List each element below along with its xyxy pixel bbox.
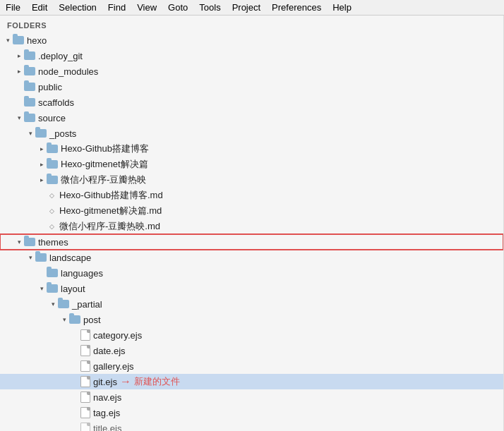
tree-item-languages[interactable]: languages bbox=[0, 265, 503, 281]
folder-icon bbox=[35, 129, 47, 138]
tree-item-_posts[interactable]: _posts bbox=[0, 126, 503, 141]
tree-item-hexo[interactable]: hexo bbox=[0, 32, 503, 48]
tree-arrow-down-icon bbox=[14, 113, 24, 123]
folders-header: FOLDERS bbox=[0, 16, 503, 32]
menu-help[interactable]: Help bbox=[327, 1, 357, 14]
folder-icon bbox=[24, 67, 35, 75]
tree-arrow-down-icon bbox=[14, 237, 24, 247]
tree-item-label: .deploy_git bbox=[38, 51, 83, 61]
file-icon bbox=[80, 423, 90, 431]
folder-icon bbox=[24, 83, 35, 91]
tree-item-label: Hexo-gitmenet解决篇.md bbox=[59, 205, 162, 217]
annotation-arrow-icon: → bbox=[120, 375, 131, 388]
tree-item-nav_ejs[interactable]: nav.ejs bbox=[0, 389, 503, 405]
tree-item-label: gallery.ejs bbox=[93, 361, 134, 372]
tree-item-scaffolds[interactable]: scaffolds bbox=[0, 95, 503, 110]
tree-item-label: _posts bbox=[49, 128, 76, 139]
menu-project[interactable]: Project bbox=[227, 1, 266, 14]
tree-item-node_modules[interactable]: node_modules bbox=[0, 63, 503, 79]
file-icon bbox=[80, 360, 90, 372]
tree-item-source[interactable]: source bbox=[0, 110, 503, 126]
tree-arrow-right-icon bbox=[14, 66, 24, 76]
tree-item-weixin_md[interactable]: ◇微信小程序-豆瓣热映.md bbox=[0, 219, 503, 234]
tree-arrow-right-icon bbox=[37, 175, 47, 185]
folder-icon bbox=[69, 315, 80, 324]
tree-item-label: _partial bbox=[72, 299, 102, 310]
tree-item-category_ejs[interactable]: category.ejs bbox=[0, 327, 503, 343]
tree-arrow-down-icon bbox=[48, 299, 58, 309]
new-file-annotation: →新建的文件 bbox=[120, 375, 180, 388]
menu-preferences[interactable]: Preferences bbox=[266, 1, 327, 14]
menu-view[interactable]: View bbox=[131, 1, 162, 14]
file-tree-sidebar: FOLDERS hexo.deploy_gitnode_modulespubli… bbox=[0, 16, 504, 431]
tree-item-label: landscape bbox=[49, 253, 91, 263]
tree-item-tag_ejs[interactable]: tag.ejs bbox=[0, 405, 503, 420]
folder-icon bbox=[47, 145, 58, 153]
tree-item-label: title.ejs bbox=[93, 423, 121, 432]
tree-item-git_ejs[interactable]: git.ejs→新建的文件 bbox=[0, 374, 503, 389]
tree-item-label: Hexo-gitmenet解决篇 bbox=[61, 158, 148, 171]
folder-icon bbox=[58, 300, 69, 308]
tree-item-label: source bbox=[38, 113, 66, 123]
tree-item-hexo_github_blog[interactable]: Hexo-Github搭建博客 bbox=[0, 141, 503, 157]
folder-icon bbox=[24, 98, 35, 107]
tree-item-label: nav.ejs bbox=[93, 392, 121, 403]
tree-item-label: Hexo-Github搭建博客.md bbox=[59, 189, 163, 202]
tree-item-label: post bbox=[83, 315, 101, 325]
file-md-icon: ◇ bbox=[47, 221, 56, 231]
menu-file[interactable]: File bbox=[0, 1, 26, 14]
tree-arrow-down-icon bbox=[25, 128, 35, 138]
tree-item-title_ejs[interactable]: title.ejs bbox=[0, 420, 503, 431]
tree-arrow-right-icon bbox=[37, 144, 47, 154]
tree-item-label: themes bbox=[38, 237, 68, 248]
tree-item-label: date.ejs bbox=[93, 346, 126, 356]
tree-arrow-right-icon bbox=[14, 51, 24, 61]
tree-item-hexo_gitmenet_md[interactable]: ◇Hexo-gitmenet解决篇.md bbox=[0, 203, 503, 219]
tree-item-_partial[interactable]: _partial bbox=[0, 296, 503, 312]
tree-item-deploy_git[interactable]: .deploy_git bbox=[0, 48, 503, 63]
folder-icon bbox=[24, 51, 35, 60]
main-container: FOLDERS hexo.deploy_gitnode_modulespubli… bbox=[0, 16, 504, 431]
tree-arrow-down-icon bbox=[37, 284, 47, 293]
file-icon bbox=[80, 391, 90, 403]
file-tree: hexo.deploy_gitnode_modulespublicscaffol… bbox=[0, 32, 503, 431]
folder-icon bbox=[47, 160, 58, 169]
tree-item-label: public bbox=[38, 82, 62, 92]
tree-item-themes[interactable]: themes bbox=[0, 234, 503, 250]
file-md-icon: ◇ bbox=[47, 206, 56, 216]
tree-item-hexo_gitmenet[interactable]: Hexo-gitmenet解决篇 bbox=[0, 157, 503, 172]
tree-item-label: hexo bbox=[27, 35, 47, 46]
tree-item-label: tag.ejs bbox=[93, 408, 120, 418]
folder-icon bbox=[24, 114, 35, 122]
menu-edit[interactable]: Edit bbox=[26, 1, 53, 14]
menu-tools[interactable]: Tools bbox=[193, 1, 226, 14]
tree-item-label: category.ejs bbox=[93, 330, 142, 341]
tree-arrow-down-icon bbox=[25, 253, 35, 262]
tree-arrow-down-icon bbox=[59, 315, 69, 324]
folder-icon bbox=[47, 269, 58, 277]
tree-item-label: git.ejs bbox=[93, 377, 117, 387]
tree-item-public[interactable]: public bbox=[0, 79, 503, 95]
folder-icon bbox=[13, 36, 24, 44]
tree-item-label: node_modules bbox=[38, 66, 98, 77]
file-icon bbox=[80, 376, 90, 387]
tree-item-label: layout bbox=[61, 284, 85, 294]
tree-item-label: languages bbox=[61, 268, 103, 279]
tree-item-landscape[interactable]: landscape bbox=[0, 250, 503, 265]
menu-find[interactable]: Find bbox=[102, 1, 131, 14]
annotation-label: 新建的文件 bbox=[134, 375, 180, 388]
folder-icon bbox=[24, 238, 35, 246]
folder-icon bbox=[35, 253, 47, 262]
folder-icon bbox=[47, 176, 58, 184]
tree-arrow-down-icon bbox=[3, 35, 13, 45]
menu-goto[interactable]: Goto bbox=[162, 1, 193, 14]
tree-item-gallery_ejs[interactable]: gallery.ejs bbox=[0, 358, 503, 374]
tree-item-date_ejs[interactable]: date.ejs bbox=[0, 343, 503, 358]
tree-item-hexo_github_md[interactable]: ◇Hexo-Github搭建博客.md bbox=[0, 188, 503, 203]
tree-item-layout[interactable]: layout bbox=[0, 281, 503, 296]
tree-item-weixin_app[interactable]: 微信小程序-豆瓣热映 bbox=[0, 172, 503, 188]
file-icon bbox=[80, 345, 90, 356]
menu-selection[interactable]: Selection bbox=[53, 1, 102, 14]
tree-item-post[interactable]: post bbox=[0, 312, 503, 327]
tree-item-label: 微信小程序-豆瓣热映 bbox=[61, 174, 146, 186]
